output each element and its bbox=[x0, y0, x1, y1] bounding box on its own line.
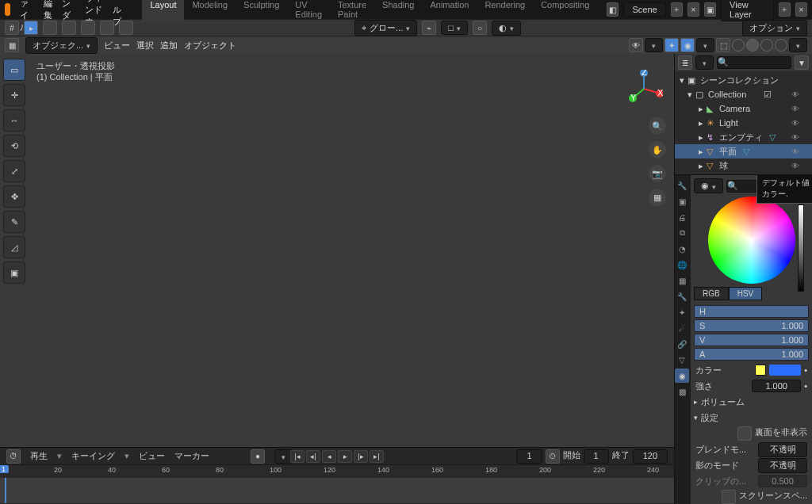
timeline-menu-keying[interactable]: キーイング bbox=[71, 450, 115, 462]
timeline-menu-marker[interactable]: マーカー bbox=[174, 450, 209, 462]
tool-annotate[interactable]: ✎ bbox=[3, 211, 25, 233]
camera-view-icon[interactable]: 📷 bbox=[649, 165, 666, 182]
viewlayer-name-field[interactable]: View Layer bbox=[721, 0, 774, 21]
shadow-mode-dropdown[interactable]: 不透明 bbox=[758, 458, 807, 473]
timeline-menu-view[interactable]: ビュー bbox=[139, 450, 165, 462]
eye-icon[interactable]: 👁 bbox=[791, 133, 799, 142]
blend-mode-dropdown[interactable]: 不透明 bbox=[758, 442, 807, 457]
eye-icon[interactable]: 👁 bbox=[791, 105, 799, 113]
outliner-display-dropdown[interactable] bbox=[695, 55, 714, 70]
eye-icon[interactable]: 👁 bbox=[791, 119, 799, 128]
playhead[interactable]: 1 bbox=[5, 478, 6, 503]
prop-tab-render[interactable]: ▣ bbox=[675, 194, 689, 208]
workspace-tab-rendering[interactable]: Rendering bbox=[477, 0, 533, 22]
slider-v[interactable]: V1.000 bbox=[694, 334, 809, 346]
gizmo-set-1[interactable] bbox=[43, 21, 57, 35]
slider-h[interactable]: H bbox=[694, 305, 809, 318]
outliner-filter-icon[interactable]: ▼ bbox=[795, 55, 809, 70]
prop-tab-object[interactable]: ▦ bbox=[675, 273, 689, 288]
prop-tab-mesh[interactable]: ▽ bbox=[675, 353, 689, 367]
snap-dropdown[interactable]: □ bbox=[441, 21, 468, 35]
prop-tab-material[interactable]: ◉ bbox=[675, 368, 689, 383]
ortho-toggle-icon[interactable]: ▦ bbox=[649, 189, 666, 206]
proportional-dropdown[interactable]: ◐ bbox=[492, 21, 521, 36]
zoom-icon[interactable]: 🔍 bbox=[649, 117, 666, 135]
eye-icon[interactable]: 👁 bbox=[791, 162, 799, 170]
tool-move[interactable]: ↔ bbox=[3, 109, 25, 132]
gizmo-set-3[interactable] bbox=[81, 21, 95, 35]
section-volume[interactable]: ボリューム bbox=[694, 394, 809, 410]
outliner-scene-collection[interactable]: ▾▣ シーンコレクション bbox=[675, 73, 812, 87]
timeline-editor-icon[interactable]: ⏱ bbox=[6, 449, 21, 464]
play-rev-icon[interactable]: ◂ bbox=[322, 450, 336, 463]
play-icon[interactable]: ▸ bbox=[338, 450, 352, 463]
eye-icon[interactable]: 👁 bbox=[791, 90, 799, 99]
start-frame-field[interactable]: 1 bbox=[584, 449, 609, 464]
color-swatch[interactable] bbox=[755, 365, 766, 376]
outliner-type-icon[interactable]: ≣ bbox=[678, 55, 692, 70]
gizmo-set-5[interactable] bbox=[119, 21, 133, 35]
outliner-item-empty[interactable]: ▸↯ エンプティ▽👁 bbox=[675, 130, 812, 144]
scene-icon[interactable]: ◧ bbox=[607, 2, 619, 17]
prop-tab-constraint[interactable]: 🔗 bbox=[675, 337, 689, 351]
tool-select[interactable]: ▭ bbox=[3, 59, 25, 81]
shading-dropdown[interactable] bbox=[789, 38, 807, 52]
shading-wireframe-icon[interactable] bbox=[732, 39, 745, 52]
select-menu[interactable]: 選択 bbox=[136, 40, 154, 52]
color-bar[interactable] bbox=[769, 365, 801, 376]
viewlayer-icon[interactable]: ▣ bbox=[704, 2, 716, 17]
shading-rendered-icon[interactable] bbox=[775, 39, 787, 52]
orientation-dropdown[interactable]: ⌖グロー... bbox=[354, 20, 417, 36]
proportional-icon[interactable]: ○ bbox=[473, 21, 487, 35]
xray-icon[interactable]: ⬚ bbox=[716, 38, 730, 52]
outliner-item-camera[interactable]: ▸◣ Camera👁 bbox=[675, 101, 812, 116]
keyframe-prev-icon[interactable]: ◂| bbox=[306, 450, 320, 463]
add-menu[interactable]: 追加 bbox=[160, 40, 178, 52]
prop-tab-particle[interactable]: ✦ bbox=[675, 305, 689, 319]
overlay-dropdown[interactable] bbox=[696, 38, 714, 52]
outliner-item-light[interactable]: ▸☀ Light👁 bbox=[675, 116, 812, 130]
value-slider[interactable] bbox=[798, 204, 804, 292]
prop-tab-output[interactable]: 🖨 bbox=[675, 210, 689, 224]
jump-start-icon[interactable]: |◂ bbox=[290, 450, 304, 463]
backface-checkbox[interactable] bbox=[737, 426, 752, 441]
material-browse-icon[interactable]: ◉ bbox=[694, 178, 723, 193]
timeline-track[interactable]: 1 bbox=[0, 478, 674, 503]
options-dropdown[interactable]: オプション bbox=[742, 20, 807, 36]
timeline-menu-playback[interactable]: 再生 bbox=[30, 450, 48, 462]
strength-field[interactable]: 1.000 bbox=[752, 380, 801, 392]
outliner-item-sphere[interactable]: ▸▽ 球👁 bbox=[675, 158, 812, 173]
link-icon[interactable]: • bbox=[804, 365, 807, 375]
viewlayer-new-icon[interactable]: ＋ bbox=[779, 2, 791, 17]
workspace-tab-sculpting[interactable]: Sculpting bbox=[236, 0, 287, 22]
tool-scale[interactable]: ⤢ bbox=[3, 160, 25, 182]
shading-solid-icon[interactable] bbox=[746, 39, 759, 52]
prop-tab-texture[interactable]: ▩ bbox=[675, 384, 689, 399]
color-tab-rgb[interactable]: RGB bbox=[694, 287, 729, 300]
workspace-tab-compositing[interactable]: Compositing bbox=[533, 0, 597, 22]
scene-delete-icon[interactable]: × bbox=[688, 2, 699, 17]
nav-gizmo[interactable]: X Y Z bbox=[625, 70, 663, 108]
keyframe-next-icon[interactable]: |▸ bbox=[354, 450, 368, 463]
end-frame-field[interactable]: 120 bbox=[633, 449, 668, 464]
overlay-toggle-icon[interactable]: ◉ bbox=[680, 38, 695, 52]
timeline-ruler[interactable]: 020406080100120140160180200220240 bbox=[0, 465, 674, 478]
tool-addcube[interactable]: ▣ bbox=[3, 262, 25, 284]
jump-end-icon[interactable]: ▸| bbox=[370, 450, 384, 463]
prop-tab-scene[interactable]: ◔ bbox=[675, 242, 689, 256]
outliner-collection[interactable]: ▾▢ Collection ☑👁 bbox=[675, 87, 812, 101]
color-wheel[interactable] bbox=[708, 197, 795, 284]
tool-measure[interactable]: ◿ bbox=[3, 236, 25, 258]
scene-name-field[interactable]: Scene bbox=[623, 2, 665, 17]
eye-icon[interactable]: 👁 bbox=[791, 147, 799, 156]
gizmo-set-4[interactable] bbox=[100, 21, 114, 35]
prop-tab-modifier[interactable]: 🔧 bbox=[675, 289, 689, 304]
screenspace-checkbox[interactable] bbox=[722, 490, 736, 504]
workspace-tab-shading[interactable]: Shading bbox=[374, 0, 422, 22]
current-frame-field[interactable]: 1 bbox=[516, 449, 542, 464]
clock-icon[interactable]: ⏲ bbox=[546, 449, 560, 464]
pan-icon[interactable]: ✋ bbox=[649, 141, 666, 158]
menu-edit[interactable]: 編集 bbox=[44, 0, 52, 21]
workspace-tab-modeling[interactable]: Modeling bbox=[184, 0, 236, 22]
overlay-gizmo-icon[interactable]: ✦ bbox=[665, 38, 679, 52]
